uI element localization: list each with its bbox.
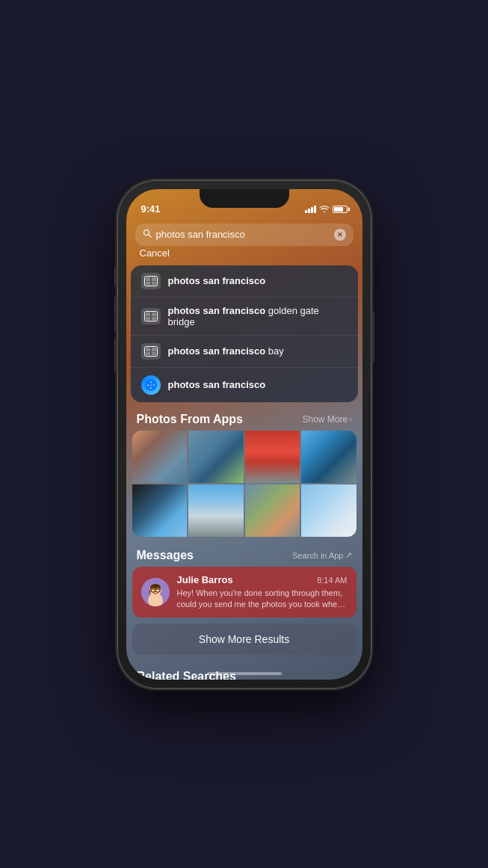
message-top: Julie Barros 8:14 AM — [177, 574, 348, 585]
svg-rect-10 — [146, 317, 150, 320]
search-icon — [143, 229, 152, 240]
signal-bar-1 — [305, 210, 307, 213]
message-card[interactable]: Julie Barros 8:14 AM Hey! When you're do… — [132, 567, 356, 618]
show-more-results-label: Show More Results — [199, 633, 289, 645]
sender-name: Julie Barros — [177, 574, 233, 585]
mute-button[interactable] — [114, 266, 117, 287]
photos-section-title: Photos From Apps — [137, 413, 244, 426]
suggestion-item-1[interactable]: photos san francisco — [131, 265, 358, 298]
search-input[interactable]: photos san francisco — [156, 229, 330, 240]
photo-cell-8[interactable] — [301, 484, 356, 537]
photo-cell-7[interactable] — [245, 484, 300, 537]
suggestion-text-1: photos san francisco — [168, 275, 266, 286]
photo-cell-3[interactable] — [245, 431, 300, 483]
phone-screen: 9:41 — [126, 189, 362, 680]
svg-rect-13 — [146, 348, 150, 351]
svg-rect-11 — [152, 317, 156, 320]
svg-point-28 — [155, 588, 160, 592]
svg-point-0 — [143, 230, 149, 236]
messages-section-title: Messages — [137, 549, 194, 562]
photos-icon-1 — [141, 273, 161, 289]
svg-rect-14 — [152, 348, 156, 351]
signal-bar-3 — [311, 207, 313, 213]
cancel-button[interactable]: Cancel — [140, 247, 170, 259]
svg-rect-15 — [146, 352, 150, 355]
signal-icon — [305, 206, 316, 213]
volume-up-button[interactable] — [114, 296, 117, 332]
avatar — [141, 578, 170, 606]
photos-section-header: Photos From Apps Show More › — [126, 402, 362, 431]
status-icons — [305, 205, 348, 215]
photo-cell-6[interactable] — [188, 484, 244, 537]
photo-cell-1[interactable] — [132, 431, 188, 483]
show-more-results-button[interactable]: Show More Results — [132, 624, 356, 655]
signal-bar-2 — [308, 209, 310, 213]
svg-rect-16 — [152, 352, 156, 355]
suggestion-text-3: photos san francisco bay — [168, 345, 284, 357]
external-link-icon: ↗ — [345, 550, 352, 560]
safari-icon-1 — [141, 375, 161, 395]
svg-rect-5 — [146, 282, 150, 285]
suggestions-list: photos san francisco photos san francisc — [131, 265, 358, 402]
suggestion-item-3[interactable]: photos san francisco bay — [131, 336, 358, 368]
chevron-right-icon: › — [349, 415, 351, 423]
svg-rect-8 — [146, 313, 150, 316]
power-button[interactable] — [371, 311, 374, 362]
phone-frame: 9:41 — [117, 180, 371, 689]
svg-point-27 — [151, 588, 155, 592]
photos-show-more-button[interactable]: Show More › — [302, 414, 351, 425]
message-preview: Hey! When you're done sorting through th… — [177, 588, 348, 611]
svg-rect-3 — [146, 277, 150, 281]
message-content: Julie Barros 8:14 AM Hey! When you're do… — [177, 574, 348, 611]
photo-cell-5[interactable] — [132, 484, 188, 537]
suggestion-item-2[interactable]: photos san francisco golden gate bridge — [131, 298, 358, 336]
battery-icon — [333, 206, 348, 213]
photo-grid[interactable] — [132, 431, 356, 537]
svg-rect-9 — [152, 313, 156, 316]
svg-rect-4 — [152, 277, 156, 281]
suggestion-item-4[interactable]: photos san francisco — [131, 368, 358, 402]
notch — [200, 189, 289, 208]
signal-bar-4 — [314, 206, 316, 213]
photos-icon-2 — [141, 308, 161, 324]
search-clear-button[interactable]: ✕ — [334, 229, 346, 241]
home-indicator[interactable] — [207, 672, 282, 675]
photo-cell-4[interactable] — [301, 431, 356, 483]
suggestion-text-4: photos san francisco — [168, 379, 266, 390]
svg-rect-6 — [152, 282, 156, 285]
status-time: 9:41 — [141, 203, 161, 215]
show-more-label: Show More — [302, 414, 348, 425]
svg-line-1 — [149, 235, 151, 237]
search-bar[interactable]: photos san francisco ✕ — [135, 224, 353, 246]
photos-icon-3 — [141, 343, 161, 360]
search-in-app-button[interactable]: Search in App ↗ — [292, 550, 352, 560]
suggestion-text-2: photos san francisco golden gate bridge — [168, 305, 348, 327]
messages-section: Messages Search in App ↗ — [126, 543, 362, 618]
wifi-icon — [319, 205, 330, 215]
messages-header: Messages Search in App ↗ — [126, 543, 362, 565]
related-searches-section: Related Searches — [126, 661, 362, 679]
search-bar-container: photos san francisco ✕ Cancel — [126, 218, 362, 265]
search-in-app-label: Search in App — [292, 551, 344, 560]
screen-content: photos san francisco ✕ Cancel — [126, 218, 362, 680]
volume-down-button[interactable] — [114, 337, 117, 373]
message-time: 8:14 AM — [317, 576, 347, 585]
photo-cell-2[interactable] — [188, 431, 244, 483]
